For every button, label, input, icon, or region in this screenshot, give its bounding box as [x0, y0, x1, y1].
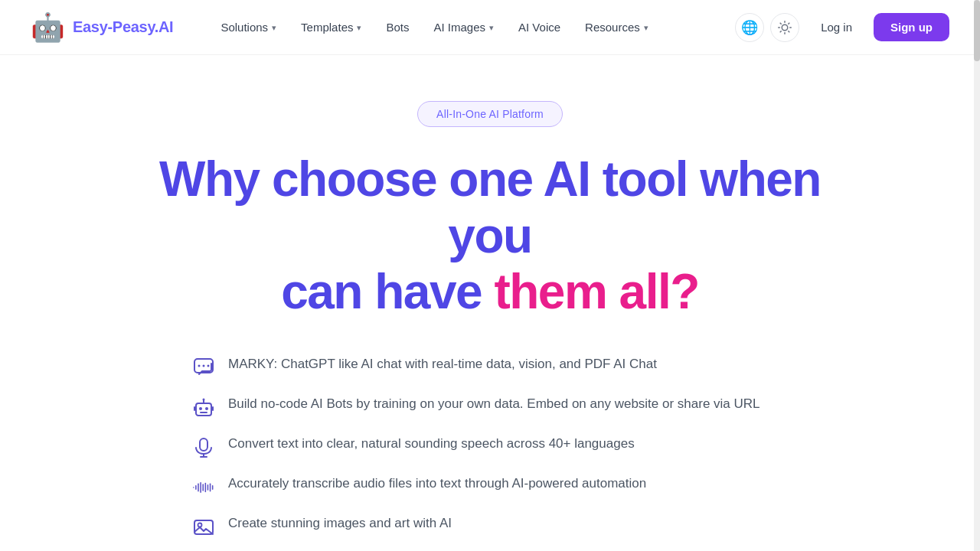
- nav-links: Solutions ▾ Templates ▾ Bots AI Images ▾…: [210, 15, 735, 40]
- signup-button[interactable]: Sign up: [874, 13, 949, 41]
- feature-item-wave: Accurately transcribe audio files into t…: [191, 474, 789, 500]
- svg-point-16: [203, 398, 205, 400]
- feature-item-mic: Convert text into clear, natural soundin…: [191, 434, 789, 460]
- nav-item-templates[interactable]: Templates ▾: [290, 15, 372, 40]
- image-icon: [191, 515, 216, 540]
- feature-item-bot: Build no-code AI Bots by training on you…: [191, 394, 789, 420]
- bot-icon: [191, 396, 216, 420]
- feature-text-image: Create stunning images and art with AI: [228, 514, 452, 533]
- scrollbar[interactable]: [974, 0, 980, 551]
- chevron-down-icon: ▾: [644, 23, 648, 33]
- nav-actions: 🌐 Log in Sign up: [735, 13, 949, 42]
- svg-rect-18: [212, 406, 214, 411]
- mic-icon: [191, 435, 216, 460]
- theme-toggle-button[interactable]: [770, 13, 799, 42]
- feature-item-image: Create stunning images and art with AI: [191, 514, 789, 540]
- nav-item-bots[interactable]: Bots: [375, 15, 420, 40]
- svg-rect-17: [194, 406, 195, 411]
- feature-list: MARKY: ChatGPT like AI chat with real-ti…: [191, 354, 789, 551]
- feature-text-chat: MARKY: ChatGPT like AI chat with real-ti…: [228, 354, 657, 374]
- main-content: All-In-One AI Platform Why choose one AI…: [107, 55, 873, 551]
- nav-item-resources[interactable]: Resources ▾: [574, 15, 659, 40]
- chat-icon: [191, 356, 216, 380]
- logo[interactable]: 🤖 Easy-Peasy.AI: [31, 14, 173, 41]
- language-button[interactable]: 🌐: [735, 13, 764, 42]
- svg-point-10: [198, 364, 201, 367]
- svg-line-4: [789, 31, 789, 31]
- svg-point-14: [199, 407, 202, 410]
- badge: All-In-One AI Platform: [417, 101, 563, 127]
- hero-title: Why choose one AI tool when you can have…: [145, 152, 835, 321]
- feature-text-wave: Accurately transcribe audio files into t…: [228, 474, 646, 494]
- svg-point-11: [203, 364, 205, 367]
- svg-point-32: [198, 523, 202, 527]
- svg-point-15: [205, 407, 208, 410]
- chevron-down-icon: ▾: [489, 23, 494, 33]
- logo-icon: 🤖: [31, 14, 65, 41]
- logo-text: Easy-Peasy.AI: [73, 18, 173, 36]
- navbar: 🤖 Easy-Peasy.AI Solutions ▾ Templates ▾ …: [0, 0, 980, 55]
- chevron-down-icon: ▾: [357, 23, 361, 33]
- feature-text-bot: Build no-code AI Bots by training on you…: [228, 394, 760, 414]
- svg-rect-19: [200, 439, 207, 451]
- chevron-down-icon: ▾: [272, 23, 276, 33]
- svg-line-3: [780, 23, 781, 24]
- nav-item-solutions[interactable]: Solutions ▾: [210, 15, 287, 40]
- feature-item-chat: MARKY: ChatGPT like AI chat with real-ti…: [191, 354, 789, 380]
- svg-line-7: [780, 31, 781, 31]
- feature-text-mic: Convert text into clear, natural soundin…: [228, 434, 635, 454]
- nav-item-ai-images[interactable]: AI Images ▾: [423, 15, 505, 40]
- svg-rect-13: [196, 403, 211, 416]
- svg-line-8: [789, 23, 789, 24]
- nav-item-ai-voice[interactable]: AI Voice: [508, 15, 571, 40]
- login-button[interactable]: Log in: [805, 14, 867, 41]
- svg-point-12: [207, 364, 210, 367]
- svg-point-0: [782, 24, 788, 31]
- audio-wave-icon: [191, 475, 216, 500]
